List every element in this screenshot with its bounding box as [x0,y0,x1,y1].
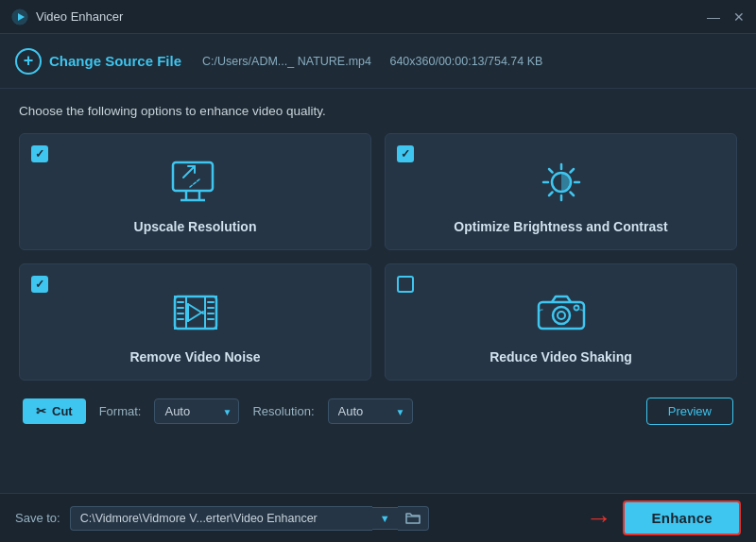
resolution-select[interactable]: Auto [328,398,413,424]
noise-label: Remove Video Noise [129,349,260,364]
svg-line-16 [549,193,553,196]
svg-line-13 [549,169,553,173]
upscale-checkbox[interactable] [31,145,48,162]
upscale-resolution-card[interactable]: Upscale Resolution [19,133,371,250]
change-source-button[interactable]: + Change Source File [15,48,195,75]
scissors-icon: ✂ [36,404,46,418]
title-bar: Video Enhancer — ✕ [0,0,756,34]
red-arrow-icon: → [585,505,611,532]
camera-icon [535,289,588,336]
app-icon [11,8,28,25]
toolbar: ✂ Cut Format: Auto ▼ Resolution: Auto ▼ … [19,398,737,425]
save-path-dropdown[interactable]: ▼ [372,507,398,530]
app-title: Video Enhancer [36,9,707,24]
save-path-wrapper: ▼ [70,506,429,531]
svg-line-29 [188,312,203,321]
svg-line-6 [183,166,195,178]
bottom-bar: Save to: ▼ → Enhance [0,493,756,542]
reduce-shaking-card[interactable]: Reduce Video Shaking [385,263,737,381]
minimize-button[interactable]: — [707,10,720,24]
preview-button[interactable]: Preview [646,398,733,425]
svg-point-32 [553,307,570,324]
remove-noise-card[interactable]: Remove Video Noise [19,263,371,381]
close-button[interactable]: ✕ [733,10,745,24]
options-grid: Upscale Resolution Optimize Brightness a… [19,133,737,381]
change-source-label: Change Source File [49,53,181,69]
file-details: 640x360/00:00:13/754.74 KB [389,55,542,68]
enhance-action-area: → Enhance [585,500,741,535]
save-to-label: Save to: [15,511,60,525]
resolution-label: Resolution: [252,404,314,418]
source-file-info: C:/Users/ADM..._ NATURE.mp4 640x360/00:0… [202,55,558,68]
film-icon [169,289,222,336]
enhance-button[interactable]: Enhance [623,500,741,535]
brightness-checkbox[interactable] [397,145,414,162]
format-select[interactable]: Auto [154,398,239,424]
upscale-label: Upscale Resolution [134,219,257,234]
format-select-wrapper: Auto ▼ [154,398,239,424]
svg-point-34 [574,306,578,311]
subtitle: Choose the following options to enhance … [19,104,737,118]
brightness-contrast-card[interactable]: Optimize Brightness and Contrast [385,133,737,250]
shaking-checkbox[interactable] [397,276,414,293]
svg-line-7 [190,179,199,187]
sun-icon [535,159,588,206]
shaking-label: Reduce Video Shaking [490,349,632,364]
save-path-folder-button[interactable] [398,506,429,531]
add-circle-icon: + [15,48,42,75]
monitor-icon [169,159,222,206]
cut-button[interactable]: ✂ Cut [23,398,86,424]
resolution-select-wrapper: Auto ▼ [328,398,413,424]
folder-icon [405,512,421,525]
svg-line-14 [570,193,574,196]
source-bar: + Change Source File C:/Users/ADM..._ NA… [0,34,756,89]
brightness-label: Optimize Brightness and Contrast [454,219,667,234]
svg-point-33 [558,312,565,319]
save-path-input[interactable] [70,506,372,531]
format-label: Format: [99,404,142,418]
file-path: C:/Users/ADM..._ NATURE.mp4 [202,55,371,68]
window-controls: — ✕ [707,10,745,24]
main-content: Choose the following options to enhance … [0,89,756,440]
noise-checkbox[interactable] [31,276,48,293]
svg-line-15 [570,169,574,173]
